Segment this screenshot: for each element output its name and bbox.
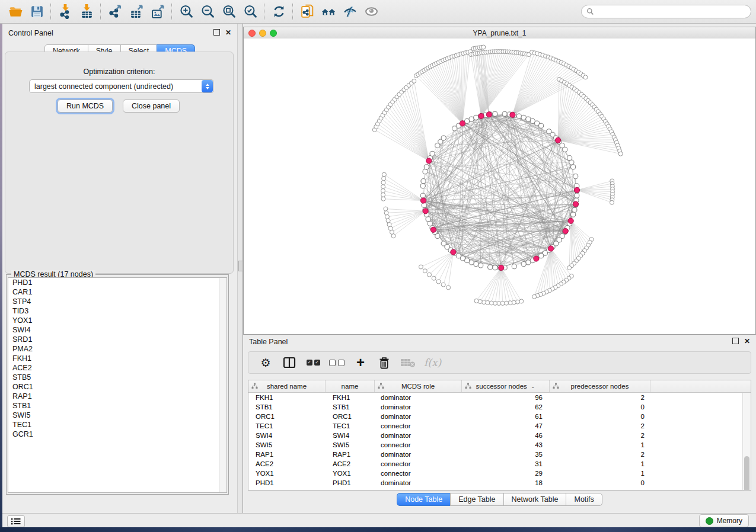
ring-node[interactable] [567, 156, 572, 161]
table-row[interactable]: YOX1YOX1connector291 [248, 469, 751, 478]
mcds-result-item[interactable]: TEC1 [8, 420, 227, 430]
leaf-node[interactable] [519, 299, 524, 303]
table-cell[interactable]: STB1 [248, 402, 326, 412]
leaf-node[interactable] [583, 75, 588, 79]
float-panel-icon[interactable] [213, 29, 220, 36]
column-header-shared-name[interactable]: shared name [248, 380, 326, 392]
table-cell[interactable]: RAP1 [326, 450, 375, 459]
ring-node[interactable] [423, 169, 428, 174]
network-graph[interactable] [244, 39, 755, 334]
ring-node[interactable] [502, 111, 507, 116]
leaf-node[interactable] [419, 265, 423, 269]
ring-node[interactable] [422, 203, 426, 207]
leaf-node[interactable] [567, 266, 572, 270]
table-cell[interactable]: 18 [462, 478, 550, 488]
leaf-node[interactable] [385, 214, 389, 219]
mcds-result-item[interactable]: SRD1 [8, 335, 227, 344]
ring-node[interactable] [573, 174, 578, 179]
leaf-node[interactable] [610, 200, 614, 204]
memory-button[interactable]: Memory [699, 514, 749, 527]
ring-node[interactable] [512, 264, 516, 269]
vertical-splitter[interactable] [237, 24, 243, 513]
zoom-selected-button[interactable] [240, 2, 261, 21]
column-header-successor-nodes[interactable]: successor nodes⌄ [462, 380, 550, 392]
mcds-hub-node[interactable] [486, 112, 492, 117]
table-cell[interactable]: 62 [462, 402, 550, 412]
table-cell[interactable]: ORC1 [248, 412, 326, 421]
tab-motifs[interactable]: Motifs [566, 493, 602, 506]
ring-node[interactable] [571, 165, 576, 169]
leaf-node[interactable] [478, 300, 482, 304]
network-canvas[interactable] [244, 39, 755, 334]
search-box[interactable] [581, 5, 751, 18]
mcds-result-item[interactable]: YOX1 [8, 316, 227, 325]
mcds-result-item[interactable]: ORC1 [8, 382, 227, 392]
ring-node[interactable] [426, 217, 430, 222]
table-cell[interactable]: 96 [462, 393, 550, 402]
mcds-hub-node[interactable] [563, 229, 568, 234]
leaf-node[interactable] [532, 294, 537, 299]
table-cell[interactable]: connector [375, 469, 462, 478]
mcds-result-item[interactable]: ACE2 [8, 363, 227, 373]
deselect-all-button[interactable] [329, 354, 344, 371]
mcds-result-item[interactable]: PHD1 [8, 278, 227, 287]
table-cell[interactable]: 2 [550, 431, 650, 440]
open-file-button[interactable] [5, 2, 26, 21]
leaf-node[interactable] [428, 273, 432, 277]
table-cell[interactable]: SWI5 [326, 440, 375, 450]
table-cell[interactable]: SWI5 [248, 440, 326, 450]
mcds-hub-node[interactable] [479, 113, 484, 118]
hide-selected-button[interactable] [339, 2, 361, 21]
table-row[interactable]: TEC1TEC1connector472 [248, 421, 751, 431]
mcds-hub-node[interactable] [574, 187, 579, 193]
mcds-result-item[interactable]: FKH1 [8, 354, 227, 363]
close-panel-icon[interactable]: ✕ [744, 338, 750, 344]
mcds-result-item[interactable]: STP4 [8, 297, 227, 306]
ring-node[interactable] [521, 262, 526, 267]
ring-node[interactable] [572, 207, 577, 212]
float-panel-icon[interactable] [732, 338, 739, 344]
mcds-hub-node[interactable] [573, 201, 578, 207]
splitter-handle[interactable] [238, 261, 243, 271]
mcds-hub-node[interactable] [556, 137, 561, 143]
mcds-hub-node[interactable] [534, 256, 539, 261]
mcds-result-item[interactable]: GCR1 [8, 430, 227, 439]
zoom-fit-button[interactable] [218, 2, 240, 21]
leaf-node[interactable] [384, 207, 388, 211]
leaf-node[interactable] [381, 185, 385, 189]
table-cell[interactable]: 61 [462, 412, 550, 421]
tab-edge-table[interactable]: Edge Table [450, 493, 503, 506]
mcds-hub-node[interactable] [510, 112, 515, 117]
leaf-node[interactable] [481, 45, 486, 49]
table-cell[interactable]: YOX1 [248, 469, 326, 478]
table-cell[interactable]: TEC1 [326, 421, 375, 431]
ring-node[interactable] [428, 221, 432, 226]
ring-node[interactable] [488, 265, 493, 270]
table-cell[interactable]: SWI4 [326, 431, 375, 440]
import-table-button[interactable] [76, 2, 97, 21]
leaf-node[interactable] [381, 193, 385, 197]
leaf-node[interactable] [381, 197, 385, 201]
ring-node[interactable] [516, 114, 521, 118]
table-cell[interactable]: STB1 [326, 402, 375, 412]
refresh-layout-button[interactable] [268, 2, 289, 21]
leaf-node[interactable] [441, 283, 445, 287]
export-table-button[interactable] [126, 2, 147, 21]
leaf-node[interactable] [412, 79, 416, 83]
table-cell[interactable]: connector [375, 421, 462, 431]
leaf-node[interactable] [482, 300, 486, 305]
column-visibility-button[interactable] [282, 354, 297, 371]
ring-node[interactable] [420, 184, 425, 188]
table-cell[interactable]: 1 [550, 459, 650, 469]
table-row[interactable]: PHD1PHD1dominator180 [248, 478, 751, 488]
table-cell[interactable]: 0 [550, 412, 650, 421]
leaf-node[interactable] [387, 223, 391, 227]
table-cell[interactable]: connector [375, 440, 462, 450]
leaf-node[interactable] [381, 181, 385, 185]
leaf-node[interactable] [432, 276, 436, 280]
table-cell[interactable]: ACE2 [326, 459, 375, 469]
table-cell[interactable]: 1 [550, 469, 650, 478]
mcds-hub-node[interactable] [451, 249, 456, 255]
table-row[interactable]: RAP1RAP1dominator352 [248, 450, 751, 459]
first-neighbors-button[interactable] [318, 2, 339, 21]
